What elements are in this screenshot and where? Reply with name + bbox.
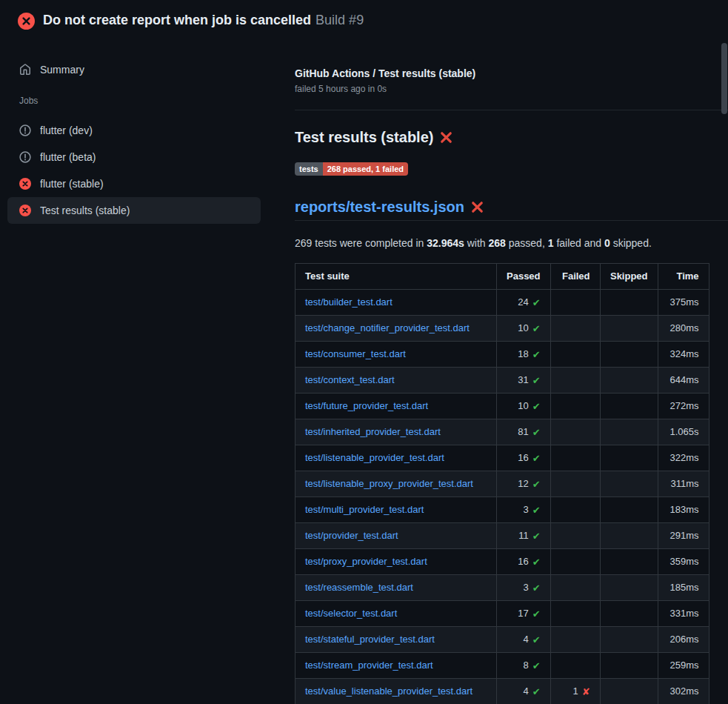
summary-part: passed, — [506, 237, 548, 249]
test-time: 183ms — [658, 497, 709, 523]
sidebar-item-summary[interactable]: Summary — [7, 58, 261, 82]
check-icon: ✔ — [532, 402, 541, 411]
test-suite-link[interactable]: test/proxy_provider_test.dart — [305, 556, 427, 567]
content-layout: Summary Jobs flutter (dev) — [0, 41, 728, 704]
passed-count: 31 — [518, 373, 528, 388]
test-time: 322ms — [658, 445, 709, 471]
test-suite-link[interactable]: test/stream_provider_test.dart — [305, 660, 433, 671]
col-header-time: Time — [658, 264, 709, 290]
test-suite-link[interactable]: test/provider_test.dart — [305, 530, 398, 541]
badge-value: 268 passed, 1 failed — [323, 162, 408, 176]
summary-part: failed and — [554, 237, 605, 249]
sidebar-item-flutter-stable[interactable]: flutter (stable) — [7, 170, 261, 197]
report-file-link[interactable]: reports/test-results.json — [295, 198, 464, 216]
check-header: GitHub Actions / Test results (stable) f… — [295, 67, 728, 95]
home-icon — [19, 64, 31, 76]
passed-count: 24 — [518, 295, 528, 310]
job-label: flutter (stable) — [40, 178, 104, 190]
check-icon: ✔ — [532, 531, 541, 541]
test-time: 1.065s — [658, 419, 709, 445]
summary-label: Summary — [40, 64, 84, 76]
table-row: test/stream_provider_test.dart 8✔ ✘ 259m… — [295, 653, 709, 679]
col-header-skipped: Skipped — [600, 264, 658, 290]
page-title: Do not create report when job is cancell… — [43, 13, 364, 29]
table-row: test/value_listenable_provider_test.dart… — [295, 679, 709, 704]
test-suite-link[interactable]: test/selector_test.dart — [305, 608, 397, 619]
page-header: Do not create report when job is cancell… — [0, 0, 728, 41]
col-header-test-suite: Test suite — [295, 264, 497, 290]
summary-duration: 32.964s — [427, 237, 464, 249]
check-icon: ✔ — [532, 350, 541, 359]
check-icon: ✔ — [532, 609, 541, 619]
scrollbar[interactable] — [721, 41, 728, 704]
passed-count: 81 — [518, 425, 528, 439]
results-table-body: test/builder_test.dart 24✔ ✘ 375ms test/… — [295, 290, 709, 704]
table-row: test/multi_provider_test.dart 3✔ ✘ 183ms — [295, 497, 709, 523]
test-suite-link[interactable]: test/reassemble_test.dart — [305, 582, 413, 593]
test-time: 259ms — [658, 653, 709, 679]
sidebar-item-flutter-dev[interactable]: flutter (dev) — [7, 117, 261, 144]
job-label: flutter (dev) — [40, 124, 93, 136]
table-row: test/future_provider_test.dart 10✔ ✘ 272… — [295, 393, 709, 419]
failed-x-circle-icon — [19, 178, 31, 190]
check-icon: ✔ — [532, 454, 541, 463]
scrollbar-thumb[interactable] — [721, 43, 727, 114]
summary-skipped-count: 0 — [604, 237, 610, 249]
passed-count: 12 — [518, 476, 528, 491]
test-suite-link[interactable]: test/consumer_test.dart — [305, 348, 406, 359]
sidebar: Summary Jobs flutter (dev) — [0, 41, 267, 224]
sidebar-item-flutter-beta[interactable]: flutter (beta) — [7, 144, 261, 170]
table-header-row: Test suite Passed Failed Skipped Time — [295, 264, 709, 290]
test-suite-link[interactable]: test/builder_test.dart — [305, 296, 393, 308]
test-suite-link[interactable]: test/multi_provider_test.dart — [305, 504, 424, 515]
test-suite-link[interactable]: test/future_provider_test.dart — [305, 400, 428, 411]
test-time: 280ms — [658, 316, 709, 342]
failed-count: 1 — [572, 684, 578, 699]
check-icon: ✔ — [532, 687, 541, 697]
test-suite-link[interactable]: test/listenable_provider_test.dart — [305, 452, 444, 463]
sidebar-jobs: flutter (dev) flutter (beta) — [7, 117, 261, 224]
table-row: test/listenable_proxy_provider_test.dart… — [295, 471, 709, 497]
table-row: test/provider_test.dart 11✔ ✘ 291ms — [295, 523, 709, 549]
test-suite-link[interactable]: test/inherited_provider_test.dart — [305, 426, 441, 437]
test-suite-link[interactable]: test/stateful_provider_test.dart — [305, 634, 435, 645]
test-time: 331ms — [658, 601, 709, 627]
sidebar-item-test-results-stable[interactable]: Test results (stable) — [7, 197, 261, 224]
table-row: test/stateful_provider_test.dart 4✔ ✘ 20… — [295, 627, 709, 653]
check-breadcrumb: GitHub Actions / Test results (stable) — [295, 67, 728, 80]
test-suite-link[interactable]: test/value_listenable_provider_test.dart — [305, 685, 472, 697]
check-icon: ✔ — [532, 557, 541, 567]
section-title-text: Test results (stable) — [295, 128, 433, 146]
run-title: Do not create report when job is cancell… — [43, 13, 311, 27]
check-icon: ✔ — [532, 661, 541, 671]
passed-count: 18 — [518, 347, 528, 362]
tests-badge: tests 268 passed, 1 failed — [295, 162, 408, 176]
test-suite-link[interactable]: test/change_notifier_provider_test.dart — [305, 322, 470, 333]
check-icon: ✔ — [532, 583, 541, 593]
header-divider — [295, 110, 728, 110]
check-icon: ✔ — [532, 428, 541, 437]
summary-part: 269 tests were completed in — [295, 237, 427, 249]
passed-count: 3 — [523, 580, 528, 595]
check-icon: ✔ — [532, 376, 541, 385]
test-suite-link[interactable]: test/listenable_proxy_provider_test.dart — [305, 478, 473, 489]
results-table: Test suite Passed Failed Skipped Time te… — [295, 263, 709, 704]
summary-passed-count: 268 — [489, 237, 506, 249]
test-time: 272ms — [658, 393, 709, 419]
test-time: 311ms — [658, 471, 709, 497]
check-status-line: failed 5 hours ago in 0s — [295, 83, 728, 95]
check-icon: ✔ — [532, 505, 541, 515]
table-row: test/inherited_provider_test.dart 81✔ ✘ … — [295, 419, 709, 445]
jobs-heading: Jobs — [7, 90, 261, 111]
main-content: GitHub Actions / Test results (stable) f… — [267, 41, 728, 704]
x-mark-icon — [440, 131, 453, 144]
passed-count: 16 — [518, 554, 528, 569]
test-time: 302ms — [658, 679, 709, 704]
table-row: test/reassemble_test.dart 3✔ ✘ 185ms — [295, 575, 709, 601]
check-icon: ✔ — [532, 635, 541, 645]
table-row: test/listenable_provider_test.dart 16✔ ✘… — [295, 445, 709, 471]
x-mark-icon — [471, 201, 484, 213]
table-row: test/selector_test.dart 17✔ ✘ 331ms — [295, 601, 709, 627]
table-row: test/proxy_provider_test.dart 16✔ ✘ 359m… — [295, 549, 709, 575]
test-suite-link[interactable]: test/context_test.dart — [305, 374, 395, 385]
